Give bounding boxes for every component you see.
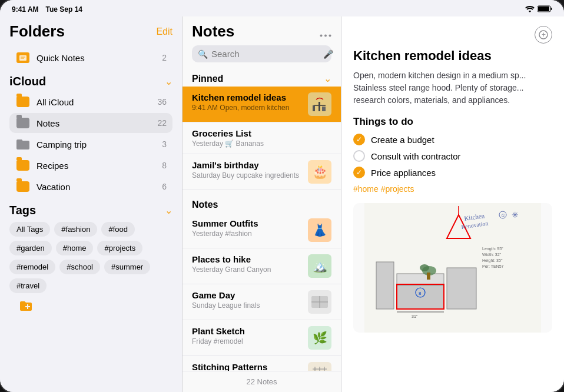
- battery-icon: [538, 5, 552, 14]
- folders-header: Folders Edit: [9, 22, 172, 41]
- note-thumbnail-kitchen: [308, 92, 331, 116]
- note-content-plant: Plant Sketch Friday #remodel: [192, 326, 302, 346]
- note-content-groceries: Groceries List Yesterday 🛒 Bananas: [192, 128, 331, 148]
- wifi-icon: [525, 5, 535, 14]
- tag-summer[interactable]: #summer: [104, 260, 150, 274]
- note-content-kitchen: Kitchen remodel ideas 9:41 AM Open, mode…: [192, 92, 302, 112]
- todo-check-2[interactable]: [353, 150, 365, 162]
- note-item-plant[interactable]: Plant Sketch Friday #remodel 🌿: [183, 320, 341, 356]
- folder-icon-notes: [15, 117, 31, 129]
- right-panel: + Kitchen remodel ideas Open, modern kit…: [341, 16, 564, 392]
- icloud-title: iCloud: [9, 75, 46, 88]
- folder-count-allicloud: 36: [157, 97, 167, 107]
- todo-title: Things to do: [353, 116, 552, 128]
- todo-text-2: Consult with contractor: [371, 151, 461, 161]
- folder-name-vacation: Vacation: [37, 182, 162, 192]
- tag-travel[interactable]: #travel: [9, 278, 47, 293]
- note-item-birthday[interactable]: Jamil's birthday Saturday Buy cupcake in…: [183, 154, 341, 190]
- note-content-birthday: Jamil's birthday Saturday Buy cupcake in…: [192, 160, 302, 180]
- tag-food[interactable]: #food: [101, 222, 135, 237]
- tag-fashion[interactable]: #fashion: [54, 222, 97, 237]
- status-time: 9:41 AM: [12, 5, 39, 14]
- note-item-outfits[interactable]: Summer Outfits Yesterday #fashion 👗: [183, 212, 341, 248]
- folder-item-allicloud[interactable]: All iCloud 36: [9, 92, 172, 112]
- note-title-hike: Places to hike: [192, 254, 302, 264]
- folder-item-quicknotes[interactable]: Quick Notes 2: [9, 48, 172, 68]
- note-item-kitchen[interactable]: Kitchen remodel ideas 9:41 AM Open, mode…: [183, 87, 341, 122]
- note-thumbnail-hike: 🏔️: [308, 254, 331, 278]
- mic-icon[interactable]: 🎤: [323, 49, 333, 59]
- icloud-chevron[interactable]: ⌄: [165, 76, 172, 87]
- note-thumbnail-birthday: 🎂: [308, 160, 331, 184]
- todo-item-1[interactable]: ✓ Create a budget: [353, 134, 552, 145]
- tags-title: Tags: [9, 204, 36, 217]
- note-content-gameday: Game Day Sunday League finals: [192, 290, 302, 310]
- folder-icon-vacation: [15, 181, 31, 192]
- note-meta-birthday: Saturday Buy cupcake ingredients: [192, 171, 302, 180]
- detail-body: Open, modern kitchen design in a medium …: [353, 69, 552, 107]
- tags-section-header: Tags ⌄: [9, 204, 172, 217]
- folder-name-recipes: Recipes: [37, 161, 162, 171]
- notes-section-title: Notes: [192, 200, 218, 210]
- tag-home[interactable]: #home: [56, 241, 94, 255]
- tag-remodel[interactable]: #remodel: [9, 260, 55, 274]
- folder-item-camping[interactable]: Camping trip 3: [9, 134, 172, 154]
- note-meta-gameday: Sunday League finals: [192, 301, 302, 310]
- svg-text:Per: TEN57: Per: TEN57: [482, 264, 504, 268]
- tag-garden[interactable]: #garden: [9, 241, 52, 255]
- tag-school[interactable]: #school: [59, 260, 100, 274]
- folder-count-notes: 22: [157, 118, 167, 128]
- todo-item-2[interactable]: Consult with contractor: [353, 150, 552, 162]
- note-meta-outfits: Yesterday #fashion: [192, 230, 302, 238]
- note-item-stitching[interactable]: Stitching Patterns: [183, 356, 341, 371]
- svg-rect-2: [551, 8, 552, 10]
- folder-item-recipes[interactable]: Recipes 8: [9, 155, 172, 175]
- svg-text:✳: ✳: [512, 210, 519, 220]
- todo-item-3[interactable]: ✓ Price appliances: [353, 167, 552, 178]
- note-meta-hike: Yesterday Grand Canyon: [192, 265, 302, 274]
- todo-text-3: Price appliances: [371, 168, 436, 178]
- svg-text:31": 31": [412, 314, 418, 318]
- tags-chevron[interactable]: ⌄: [165, 205, 172, 216]
- share-button[interactable]: +: [535, 26, 552, 44]
- note-title-birthday: Jamil's birthday: [192, 160, 302, 170]
- svg-text:Length: 95": Length: 95": [482, 247, 503, 251]
- note-item-hike[interactable]: Places to hike Yesterday Grand Canyon 🏔️: [183, 248, 341, 284]
- folder-item-notes[interactable]: Notes 22: [9, 113, 172, 133]
- pinned-chevron[interactable]: ⌄: [324, 73, 331, 84]
- notes-title: Notes: [192, 22, 234, 41]
- folder-count-camping: 3: [162, 139, 167, 149]
- pinned-section-header: Pinned ⌄: [183, 68, 341, 87]
- svg-rect-28: [447, 268, 476, 309]
- note-content-outfits: Summer Outfits Yesterday #fashion: [192, 218, 302, 238]
- new-folder-button[interactable]: [19, 299, 33, 317]
- tag-projects[interactable]: #projects: [97, 241, 142, 255]
- more-options-button[interactable]: [320, 28, 331, 40]
- edit-button[interactable]: Edit: [156, 26, 172, 37]
- icloud-section-header: iCloud ⌄: [9, 75, 172, 88]
- folder-item-vacation[interactable]: Vacation 6: [9, 177, 172, 197]
- pinned-section-title: Pinned: [192, 74, 223, 84]
- todo-check-1[interactable]: ✓: [353, 134, 365, 145]
- note-meta-groceries: Yesterday 🛒 Bananas: [192, 139, 331, 148]
- svg-rect-32: [427, 273, 430, 280]
- todo-check-3[interactable]: ✓: [353, 167, 365, 178]
- tag-all[interactable]: All Tags: [9, 222, 50, 237]
- note-title-plant: Plant Sketch: [192, 326, 302, 336]
- search-input[interactable]: [211, 49, 323, 59]
- note-title-stitching: Stitching Patterns: [192, 362, 302, 371]
- left-panel: Folders Edit Quick Notes 2 iCloud ⌄: [0, 16, 183, 392]
- folder-name-camping: Camping trip: [37, 139, 162, 150]
- left-panel-toolbar: [9, 293, 172, 323]
- folder-icon-allicloud: [15, 96, 31, 108]
- folder-icon-recipes: [15, 160, 31, 171]
- search-bar[interactable]: 🔍 🎤: [192, 45, 331, 62]
- note-tags[interactable]: #home #projects: [353, 184, 552, 194]
- note-item-groceries[interactable]: Groceries List Yesterday 🛒 Bananas: [183, 122, 341, 154]
- detail-title: Kitchen remodel ideas: [353, 48, 552, 64]
- note-item-gameday[interactable]: Game Day Sunday League finals: [183, 284, 341, 320]
- notes-list: Pinned ⌄ Kitchen remodel ideas 9:41 AM O…: [183, 68, 341, 371]
- svg-rect-10: [313, 105, 315, 111]
- notes-footer: 22 Notes: [183, 371, 341, 392]
- note-thumbnail-outfits: 👗: [308, 218, 331, 242]
